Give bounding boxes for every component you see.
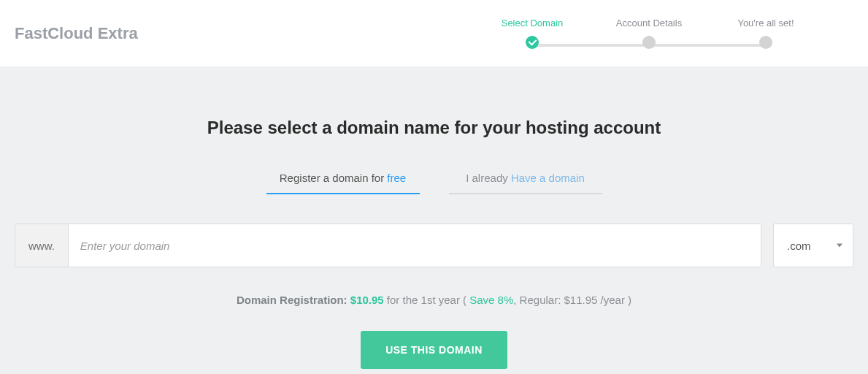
tab-text: Register a domain for (280, 172, 388, 184)
header: FastCloud Extra Select Domain Account De… (0, 0, 868, 66)
progress-stepper: Select Domain Account Details You're all… (474, 18, 853, 49)
step-connector (532, 44, 649, 47)
cta-wrapper: USE THIS DOMAIN (15, 331, 853, 369)
domain-input-group: www. (15, 224, 761, 267)
tab-register-domain[interactable]: Register a domain for free (266, 172, 420, 194)
circle-icon (759, 36, 772, 49)
tab-have-domain[interactable]: I already Have a domain (449, 172, 602, 194)
domain-prefix: www. (15, 224, 69, 267)
domain-input[interactable] (69, 224, 761, 267)
pricing-price: $10.95 (350, 294, 384, 306)
page-title: Please select a domain name for your hos… (15, 118, 853, 138)
pricing-regular: , Regular: $11.95 /year ) (513, 294, 631, 306)
step-connector (649, 44, 766, 47)
domain-input-row: www. .com (15, 224, 853, 267)
tab-text: I already (466, 172, 511, 184)
circle-icon (642, 36, 656, 49)
tab-accent: Have a domain (511, 172, 585, 184)
main-panel: Please select a domain name for your hos… (0, 66, 868, 374)
step-select-domain[interactable]: Select Domain (474, 18, 591, 49)
use-this-domain-button[interactable]: USE THIS DOMAIN (361, 331, 507, 369)
tab-accent: free (387, 172, 406, 184)
step-label: You're all set! (737, 18, 794, 28)
pricing-line: Domain Registration: $10.95 for the 1st … (15, 294, 853, 306)
tld-value: .com (787, 240, 811, 252)
pricing-label: Domain Registration: (237, 294, 350, 306)
step-label: Select Domain (502, 18, 564, 28)
brand-title: FastCloud Extra (15, 24, 138, 43)
check-icon (526, 36, 539, 49)
tld-dropdown[interactable]: .com (773, 224, 853, 267)
pricing-save: Save 8% (469, 294, 513, 306)
step-label: Account Details (616, 18, 682, 28)
pricing-text: for the 1st year ( (384, 294, 470, 306)
domain-mode-tabs: Register a domain for free I already Hav… (15, 172, 853, 194)
